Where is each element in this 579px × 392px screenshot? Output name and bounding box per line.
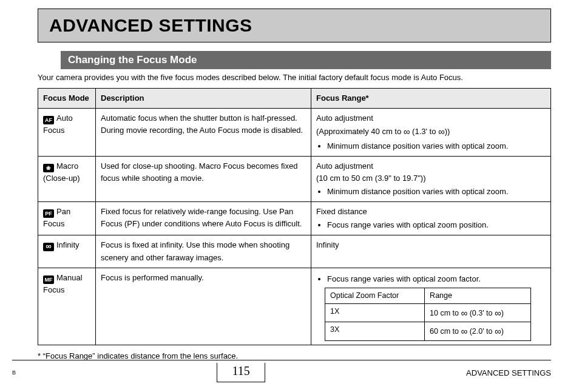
sub-header-factor: Optical Zoom Factor [325,288,425,303]
infinity-symbol: ∞ [461,308,468,318]
mode-range: Auto adjustment (10 cm to 50 cm (3.9" to… [311,156,551,201]
table-row: ❀Macro (Close-up) Used for close-up shoo… [38,156,551,201]
sub-range: 60 cm to ∞ (2.0' to ∞) [425,322,531,340]
mode-desc: Focus is fixed at infinity. Use this mod… [96,235,311,268]
table-row: MFManual Focus Focus is performed manual… [38,268,551,345]
range-text: (1.3' to [410,127,438,136]
range-line: Auto adjustment [316,161,373,171]
mode-desc: Automatic focus when the shutter button … [96,109,311,157]
mode-range: Focus range varies with optical zoom fac… [311,268,551,345]
sub-factor: 3X [325,322,425,340]
table-row: ∞Infinity Focus is fixed at infinity. Us… [38,235,551,268]
mode-desc: Used for close-up shooting. Macro Focus … [96,156,311,201]
sub-header-range: Range [425,288,531,303]
sub-factor: 1X [325,304,425,322]
af-icon: AF [43,116,54,124]
range-text: )) [445,127,450,136]
table-row: AFAuto Focus Automatic focus when the sh… [38,109,551,157]
zoom-subtable: Optical Zoom Factor Range 1X 10 cm to ∞ … [325,288,531,341]
mode-desc: Fixed focus for relatively wide-range fo… [96,202,311,235]
header-range: Focus Range* [311,89,551,109]
page-title: ADVANCED SETTINGS [49,15,540,36]
infinity-symbol: ∞ [404,126,410,137]
range-line: Auto adjustment [316,113,373,123]
section-heading: Changing the Focus Mode [61,51,551,69]
page-title-bar: ADVANCED SETTINGS [38,8,551,42]
range-text: (10 cm to 50 cm (3.9" to 19.7")) [316,174,425,183]
page-number: 115 [217,363,265,382]
mode-range: Fixed distance Focus range varies with o… [311,202,551,235]
infinity-symbol: ∞ [495,308,501,318]
sub-range: 10 cm to ∞ (0.3' to ∞) [425,304,531,322]
range-bullet: Minimum distance position varies with op… [327,186,546,198]
footer-section: ADVANCED SETTINGS [466,368,551,377]
infinity-symbol: ∞ [461,326,468,336]
infinity-symbol: ∞ [495,326,501,336]
macro-icon: ❀ [43,164,54,172]
mode-desc: Focus is performed manually. [96,268,311,345]
mf-icon: MF [43,275,54,284]
range-line: Fixed distance [316,207,367,216]
focus-mode-table: Focus Mode Description Focus Range* AFAu… [38,88,551,345]
table-row: PFPan Focus Fixed focus for relatively w… [38,202,551,235]
page-footer: B 115 ADVANCED SETTINGS [12,360,551,382]
header-desc: Description [96,89,311,109]
range-bullet: Focus range varies with optical zoom pos… [327,219,546,231]
header-mode: Focus Mode [38,89,96,109]
range-bullet: Minimum distance position varies with op… [327,140,546,152]
footnote: * “Focus Range” indicates distance from … [38,351,551,360]
mode-range: Infinity [311,235,551,268]
mode-label: Infinity [56,240,80,249]
mode-range: Auto adjustment (Approximately 40 cm to … [311,109,551,157]
intro-text: Your camera provides you with the five f… [38,73,551,82]
range-text: (Approximately 40 cm to [316,127,404,136]
pf-icon: PF [43,209,54,218]
range-bullet: Focus range varies with optical zoom fac… [327,273,546,285]
infinity-symbol: ∞ [438,126,445,137]
infinity-icon: ∞ [43,243,54,251]
